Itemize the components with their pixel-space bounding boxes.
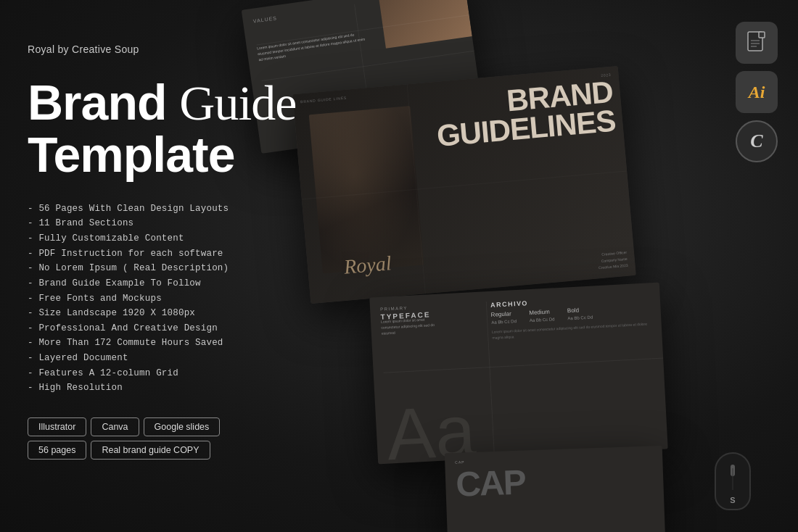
feature-item: - High Resolution xyxy=(28,381,303,396)
feature-item: - More Than 172 Commute Hours Saved xyxy=(28,336,303,351)
main-title: Brand Guide Template xyxy=(28,77,303,181)
svg-rect-1 xyxy=(759,32,765,38)
mouse-logo: S xyxy=(730,496,735,504)
feature-item: - No Lorem Ipsum ( Real Description) xyxy=(28,261,303,276)
tags-row1: Illustrator Canva Google slides xyxy=(28,417,303,436)
title-line1: Brand Guide xyxy=(28,77,303,129)
tag-real-brand-guide[interactable]: Real brand guide COPY xyxy=(91,441,210,460)
mouse-body: S xyxy=(715,452,751,510)
canva-icon[interactable]: C xyxy=(736,120,778,162)
feature-item: - Free Fonts and Mockups xyxy=(28,291,303,307)
feature-item: - 11 Brand Sections xyxy=(28,216,303,231)
title-bold-part: Brand xyxy=(28,75,179,130)
mouse-divider xyxy=(733,468,733,490)
feature-item: - PDF Instruction for each software xyxy=(28,246,303,262)
tag-56pages[interactable]: 56 pages xyxy=(28,441,86,460)
feature-item: - 56 Pages With Clean Design Layouts xyxy=(28,201,303,217)
feature-item: - Fully Customizable Content xyxy=(28,231,303,246)
features-list: - 56 Pages With Clean Design Layouts - 1… xyxy=(28,201,303,396)
feature-item: - Size Landscape 1920 X 1080px xyxy=(28,306,303,321)
tag-illustrator[interactable]: Illustrator xyxy=(28,417,86,436)
mouse-device: S xyxy=(711,452,754,518)
tags-row2: 56 pages Real brand guide COPY xyxy=(28,441,303,460)
icon-column: Ai C xyxy=(736,22,778,162)
title-serif-part: Guide xyxy=(179,75,296,130)
tag-canva[interactable]: Canva xyxy=(91,417,139,436)
brand-label: Royal by Creative Soup xyxy=(28,43,303,55)
feature-item: - Brand Guide Example To Follow xyxy=(28,276,303,291)
feature-item: - Features A 12-column Grid xyxy=(28,366,303,381)
illustrator-icon[interactable]: Ai xyxy=(736,71,778,113)
file-document-icon[interactable] xyxy=(736,22,778,64)
tag-google-slides[interactable]: Google slides xyxy=(144,417,221,436)
left-panel: Royal by Creative Soup Brand Guide Templ… xyxy=(28,43,303,460)
feature-item: - Layered Document xyxy=(28,351,303,366)
title-line2: Template xyxy=(28,129,303,180)
feature-item: - Professional And Creative Design xyxy=(28,321,303,336)
